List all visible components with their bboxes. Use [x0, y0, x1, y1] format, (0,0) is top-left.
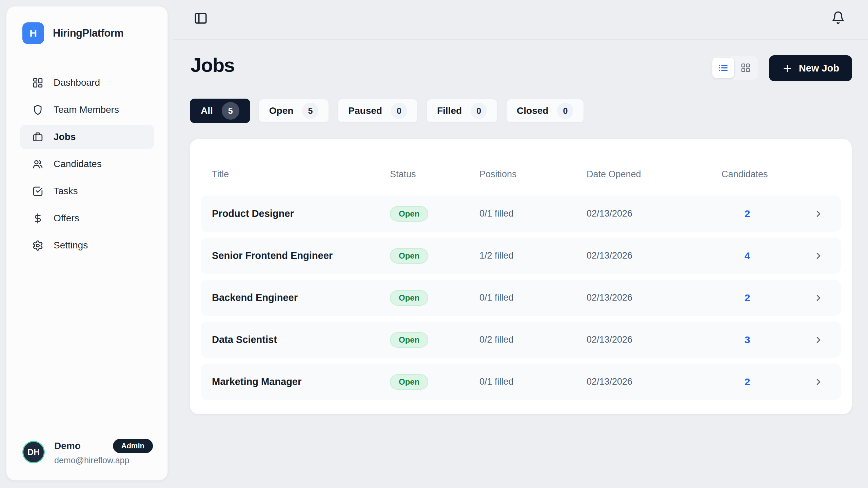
column-header-positions: Positions [479, 169, 587, 180]
sidebar-item-label: Jobs [54, 131, 76, 142]
grid-view-icon [741, 63, 751, 73]
sidebar-item-offers[interactable]: Offers [20, 206, 154, 230]
filter-chip-open[interactable]: Open 5 [258, 99, 330, 123]
jobs-table-header: Title Status Positions Date Opened Candi… [201, 158, 841, 190]
chevron-right-icon [813, 377, 824, 387]
filter-label: All [201, 105, 213, 116]
sidebar-item-candidates[interactable]: Candidates [20, 152, 154, 176]
filter-chip-filled[interactable]: Filled 0 [426, 99, 498, 123]
filter-label: Closed [517, 105, 548, 116]
plus-icon [782, 63, 793, 74]
sidebar-item-label: Team Members [54, 104, 119, 115]
jobs-table-body: Product Designer Open 0/1 filled 02/13/2… [201, 196, 841, 400]
date-opened: 02/13/2026 [587, 208, 722, 219]
user-info: Demo Admin demo@hireflow.app [54, 439, 153, 465]
sidebar-nav: Dashboard Team Members Jobs Candidates T… [6, 70, 167, 439]
shield-icon [32, 104, 43, 116]
filter-count-badge: 0 [391, 103, 407, 119]
list-view-button[interactable] [712, 58, 734, 78]
status-badge: Open [390, 206, 428, 222]
filter-count-badge: 0 [471, 103, 487, 119]
dollar-icon [32, 213, 43, 224]
date-opened: 02/13/2026 [587, 334, 722, 345]
chevron-right-icon [813, 335, 824, 345]
sidebar-item-label: Dashboard [54, 77, 100, 88]
date-opened: 02/13/2026 [587, 250, 722, 261]
positions-filled: 1/2 filled [479, 250, 587, 261]
job-title: Product Designer [212, 208, 390, 219]
notifications-bell-icon[interactable] [831, 11, 845, 24]
filter-chip-paused[interactable]: Paused 0 [337, 99, 418, 123]
candidates-count-link[interactable]: 2 [722, 208, 773, 220]
sidebar-item-label: Settings [54, 240, 88, 251]
avatar: DH [22, 441, 45, 463]
job-title: Senior Frontend Engineer [212, 250, 390, 261]
status-badge: Open [390, 290, 428, 306]
table-row[interactable]: Backend Engineer Open 0/1 filled 02/13/2… [201, 280, 841, 316]
user-card[interactable]: DH Demo Admin demo@hireflow.app [6, 439, 167, 465]
sidebar-item-settings[interactable]: Settings [20, 233, 154, 258]
briefcase-icon [32, 131, 43, 143]
role-badge: Admin [113, 439, 153, 453]
filter-count-badge: 5 [302, 103, 318, 119]
table-row[interactable]: Data Scientist Open 0/2 filled 02/13/202… [201, 322, 841, 358]
list-view-icon [718, 63, 728, 73]
job-title: Data Scientist [212, 334, 390, 345]
hiring-platform-app: { "app": { "name": "HiringPlatform", "lo… [0, 0, 868, 488]
column-header-date: Date Opened [587, 169, 722, 180]
new-job-button[interactable]: New Job [769, 55, 852, 81]
positions-filled: 0/1 filled [479, 292, 587, 303]
status-badge: Open [390, 374, 428, 390]
jobs-table-card: Title Status Positions Date Opened Candi… [190, 139, 852, 414]
chevron-right-icon [813, 209, 824, 219]
table-row[interactable]: Product Designer Open 0/1 filled 02/13/2… [201, 196, 841, 232]
grid-view-button[interactable] [735, 58, 756, 78]
status-badge: Open [390, 332, 428, 348]
sidebar-toggle-button[interactable] [194, 11, 208, 25]
filter-label: Filled [437, 105, 462, 116]
date-opened: 02/13/2026 [587, 377, 722, 387]
sidebar-item-label: Tasks [54, 186, 78, 197]
view-toggle [710, 56, 758, 80]
sidebar-item-label: Offers [54, 213, 79, 224]
table-row[interactable]: Senior Frontend Engineer Open 1/2 filled… [201, 238, 841, 274]
chevron-right-icon [813, 251, 824, 261]
date-opened: 02/13/2026 [587, 292, 722, 303]
new-job-label: New Job [799, 63, 839, 74]
user-name: Demo [54, 441, 81, 451]
filter-label: Open [269, 105, 294, 116]
column-header-title: Title [212, 169, 390, 180]
check-square-icon [32, 186, 43, 197]
sidebar-item-tasks[interactable]: Tasks [20, 179, 154, 203]
job-title: Marketing Manager [212, 376, 390, 387]
column-header-status: Status [390, 169, 479, 180]
sidebar-item-team-members[interactable]: Team Members [20, 98, 154, 122]
sidebar-item-dashboard[interactable]: Dashboard [20, 70, 154, 95]
sidebar-item-label: Candidates [54, 159, 102, 169]
status-badge: Open [390, 248, 428, 264]
app-logo: H [22, 22, 44, 44]
column-header-candidates: Candidates [722, 169, 773, 180]
filter-chip-closed[interactable]: Closed 0 [506, 99, 584, 123]
page-title: Jobs [191, 54, 234, 76]
sidebar-item-jobs[interactable]: Jobs [20, 125, 154, 149]
positions-filled: 0/1 filled [479, 377, 587, 387]
filter-chip-all[interactable]: All 5 [190, 99, 250, 123]
table-row[interactable]: Marketing Manager Open 0/1 filled 02/13/… [201, 364, 841, 400]
chevron-right-icon [813, 293, 824, 303]
status-filter-bar: All 5 Open 5 Paused 0 Filled 0 Closed 0 [190, 99, 584, 123]
candidates-count-link[interactable]: 2 [722, 376, 773, 388]
app-logo-row: H HiringPlatform [6, 22, 167, 44]
users-icon [32, 159, 43, 170]
positions-filled: 0/1 filled [479, 208, 587, 219]
sidebar: H HiringPlatform Dashboard Team Members … [6, 6, 168, 481]
topbar-divider [173, 39, 868, 40]
dashboard-icon [32, 77, 43, 88]
candidates-count-link[interactable]: 4 [722, 250, 773, 262]
positions-filled: 0/2 filled [479, 334, 587, 345]
candidates-count-link[interactable]: 2 [722, 292, 773, 304]
candidates-count-link[interactable]: 3 [722, 334, 773, 346]
filter-label: Paused [348, 105, 382, 116]
user-email: demo@hireflow.app [54, 455, 153, 465]
job-title: Backend Engineer [212, 292, 390, 303]
